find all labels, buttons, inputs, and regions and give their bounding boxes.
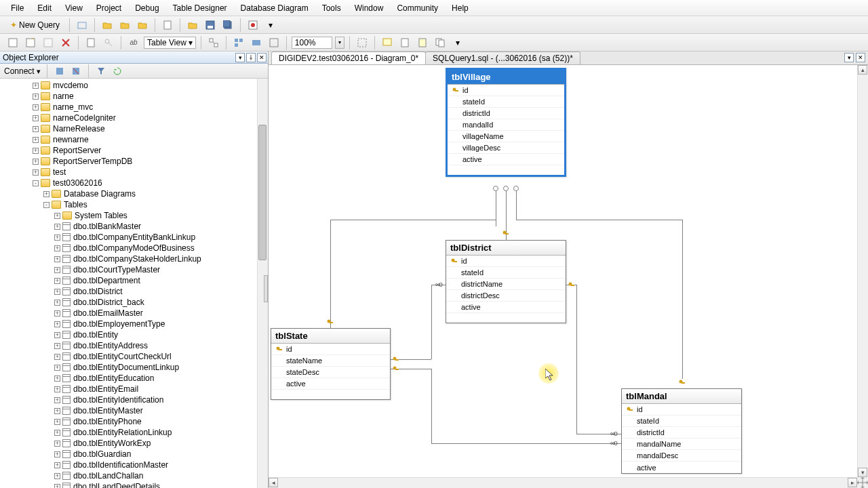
menu-edit[interactable]: Edit <box>31 1 58 16</box>
tree-node[interactable]: +narne_mvc <box>0 102 268 113</box>
activity-icon[interactable] <box>245 18 260 33</box>
layout-icon[interactable] <box>231 35 246 50</box>
table-column-row[interactable]: id <box>448 85 564 96</box>
tree-node[interactable]: +dbo.tblEntityRelationLinkup <box>0 427 268 438</box>
table-column-row[interactable]: villageDesc <box>448 142 564 154</box>
menu-file[interactable]: File <box>4 1 31 16</box>
expand-icon[interactable]: + <box>54 484 60 489</box>
table-column-row[interactable]: districtDesc <box>446 290 566 302</box>
tree-node[interactable]: +dbo.tblEntityWorkExp <box>0 438 268 449</box>
expand-icon[interactable]: + <box>54 267 60 273</box>
save-icon[interactable] <box>203 18 218 33</box>
tree-node[interactable]: +dbo.tblLandChallan <box>0 470 268 481</box>
expand-icon[interactable]: + <box>54 224 60 230</box>
expand-icon[interactable]: + <box>33 169 39 176</box>
menu-database-diagram[interactable]: Database Diagram <box>234 1 315 16</box>
open-folder-icon[interactable] <box>135 18 150 33</box>
tree-node[interactable]: +dbo.tblDistrict <box>0 286 268 297</box>
horizontal-scrollbar[interactable]: ◂ ▸ <box>269 477 857 488</box>
expand-icon[interactable]: + <box>54 473 60 479</box>
diagram-surface[interactable]: tblVillage idstateIddistrictIdmandalIdvi… <box>269 65 868 488</box>
disconnect-icon[interactable] <box>54 65 66 77</box>
vertical-scrollbar[interactable]: ▴ ▾ <box>857 65 868 477</box>
table-column-row[interactable]: villageName <box>448 131 564 142</box>
open-project-icon[interactable] <box>117 18 132 33</box>
tab-sqlquery[interactable]: SQLQuery1.sql - (...3062016 (sa (52))* <box>425 52 580 64</box>
expand-icon[interactable]: + <box>33 104 39 110</box>
scroll-down-icon[interactable]: ▾ <box>858 468 867 477</box>
table-column-row[interactable]: mandalDesc <box>622 450 741 462</box>
new-query-button[interactable]: ✦ New Query <box>5 18 64 33</box>
expand-icon[interactable]: + <box>54 386 60 392</box>
tree-node[interactable]: +ReportServer <box>0 145 268 156</box>
tree-node[interactable]: +Database Diagrams <box>0 188 268 199</box>
expand-icon[interactable]: + <box>54 451 60 458</box>
script-icon[interactable] <box>83 35 98 50</box>
pin-icon[interactable] <box>246 53 256 62</box>
tree-node[interactable]: +dbo.tblLandDeedDetails <box>0 481 268 488</box>
expand-icon[interactable]: + <box>33 148 39 154</box>
splitter[interactable] <box>264 275 268 302</box>
expand-icon[interactable]: + <box>33 126 39 132</box>
filter-icon[interactable] <box>95 65 107 77</box>
dd-icon[interactable]: ▾ <box>450 35 465 50</box>
expand-icon[interactable]: + <box>54 310 60 317</box>
expand-icon[interactable]: + <box>54 300 60 306</box>
folder-open-icon[interactable] <box>185 18 200 33</box>
expand-icon[interactable]: + <box>33 83 39 89</box>
expand-icon[interactable]: + <box>54 278 60 284</box>
table-tbldistrict[interactable]: tblDistrict idstateIddistrictNamedistric… <box>446 240 566 323</box>
tree-node[interactable]: +dbo.tblBankMaster <box>0 221 268 232</box>
scroll-up-icon[interactable]: ▴ <box>858 65 867 75</box>
new-annotation-icon[interactable] <box>380 35 395 50</box>
table-header[interactable]: tblMandal <box>622 389 741 404</box>
scroll-right-icon[interactable]: ▸ <box>848 478 857 487</box>
menu-tools[interactable]: Tools <box>315 1 348 16</box>
table-header[interactable]: tblDistrict <box>446 241 566 256</box>
expand-icon[interactable]: - <box>33 180 39 186</box>
db-engine-query-icon[interactable] <box>75 18 90 33</box>
table-column-row[interactable]: id <box>446 256 566 267</box>
page-break-icon[interactable] <box>355 35 370 50</box>
table-column-row[interactable]: stateId <box>448 96 564 108</box>
new-table-icon[interactable]: * <box>23 35 38 50</box>
key-tool-icon[interactable] <box>101 35 116 50</box>
expand-icon[interactable]: + <box>54 375 60 382</box>
refresh-icon[interactable] <box>111 65 123 77</box>
menu-community[interactable]: Community <box>390 1 445 16</box>
close-tab-icon[interactable]: ✕ <box>856 53 865 62</box>
stop-icon[interactable] <box>70 65 82 77</box>
ab-icon[interactable]: ab <box>126 35 141 50</box>
window-position-icon[interactable]: ▾ <box>235 53 245 62</box>
tree-node[interactable]: +System Tables <box>0 210 268 221</box>
tree-node[interactable]: +dbo.tblIdentificationMaster <box>0 460 268 470</box>
expand-icon[interactable]: + <box>54 213 60 219</box>
expand-icon[interactable]: + <box>54 462 60 468</box>
table-header[interactable]: tblVillage <box>448 70 564 85</box>
table-column-row[interactable]: stateName <box>271 355 390 367</box>
open-file-icon[interactable] <box>100 18 115 33</box>
zoom-dropdown-icon[interactable]: ▾ <box>335 37 344 49</box>
save-all-icon[interactable] <box>220 18 235 33</box>
table-header[interactable]: tblState <box>271 329 390 344</box>
table-column-row[interactable]: id <box>271 344 390 355</box>
expand-icon[interactable]: - <box>43 202 50 208</box>
table-tblvillage[interactable]: tblVillage idstateIddistrictIdmandalIdvi… <box>446 68 566 177</box>
expand-icon[interactable]: + <box>33 159 39 165</box>
tree-node[interactable]: +dbo.tblEmailMaster <box>0 308 268 319</box>
expand-icon[interactable]: + <box>33 137 39 143</box>
expand-icon[interactable]: + <box>54 354 60 360</box>
tree-node[interactable]: +ReportServerTempDB <box>0 156 268 167</box>
tree-node[interactable]: +dbo.tblDepartment <box>0 275 268 286</box>
expand-icon[interactable]: + <box>54 321 60 327</box>
arrange-icon[interactable] <box>249 35 264 50</box>
table-column-row[interactable]: stateDesc <box>271 367 390 378</box>
relationship-icon[interactable] <box>206 35 221 50</box>
explorer-tree[interactable]: +mvcdemo+narne+narne_mvc+narneCodeIgnite… <box>0 79 268 488</box>
table-tblstate[interactable]: tblState idstateNamestateDescactive <box>271 328 391 400</box>
expand-icon[interactable]: + <box>54 430 60 436</box>
table-tblmandal[interactable]: tblMandal idstateIddistrictIdmandalNamem… <box>621 388 742 474</box>
expand-icon[interactable]: + <box>54 245 60 251</box>
menu-project[interactable]: Project <box>90 1 128 16</box>
tree-node[interactable]: +dbo.tblEntity <box>0 329 268 340</box>
